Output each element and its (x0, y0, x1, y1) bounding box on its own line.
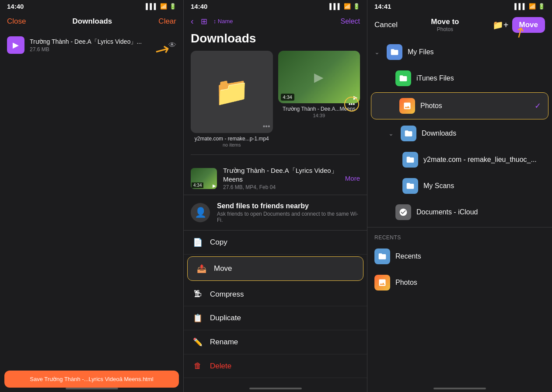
panel3-header-center: Move to Photos (431, 18, 459, 32)
panel1-title: Downloads (73, 17, 112, 26)
action-rename-label: Rename (210, 338, 238, 346)
status-bar-3: 14:41 ▌▌▌ 📶 🔋 (367, 0, 552, 13)
chevron-icon-downloads: ⌄ (388, 130, 395, 137)
select-button[interactable]: Select (341, 18, 360, 25)
list-item-name: Trường Thành - Dee.A「Lyrics Video」Meens (223, 166, 339, 183)
send-files-section: 👤 Send files to friends nearby Ask frien… (184, 195, 367, 230)
file-tree: ⌄ My Files iTunes Files Photos ✓ ⌄ (367, 39, 552, 392)
action-compress-label: Compress (210, 290, 244, 299)
panel-2-file-browser: 14:40 ▌▌▌ 📶 🔋 ‹ ⊞ ↕ Name Select Download… (184, 0, 367, 392)
save-bottom-bar[interactable]: Save Trường Thành -...Lyrics Videoā Meen… (4, 371, 179, 388)
video-thumbnail: ▶ 4:34 ▶ (278, 51, 360, 103)
video-duration: 4:34 (281, 94, 294, 101)
checkmark-icon: ✓ (535, 101, 541, 111)
tree-item-photos[interactable]: Photos ✓ (371, 92, 549, 119)
send-desc: Ask friends to open Documents and connec… (217, 211, 360, 223)
folder-icon-documents-icloud (395, 204, 411, 220)
more-dots-video-circle[interactable]: ••• (344, 97, 359, 112)
signal-icon-3: ▌▌▌ (514, 3, 527, 10)
folder-icon-photos (399, 98, 415, 114)
list-item-video[interactable]: 4:34 ▶ Trường Thành - Dee.A「Lyrics Video… (184, 162, 367, 195)
folder-icon-my-files (387, 44, 402, 60)
recents-section-label: RECENTS (367, 229, 552, 243)
status-icons-1: ▌▌▌ 📶 🔋 (146, 3, 176, 10)
tree-item-name-photos: Photos (420, 102, 529, 110)
chevron-icon-my-files: ⌄ (374, 49, 381, 56)
time-1: 14:40 (7, 3, 24, 10)
send-text: Send files to friends nearby Ask friends… (217, 202, 360, 223)
signal-icon-2: ▌▌▌ (329, 3, 342, 10)
download-file-icon: ▶ (7, 36, 24, 54)
grid-icon[interactable]: ⊞ (201, 17, 207, 26)
grid-item-video[interactable]: ▶ 4:34 ▶ Trường Thành - Dee.A...Meens 14… (278, 51, 360, 147)
wifi-icon: 📶 (160, 3, 167, 10)
folder-icon-downloads (401, 126, 416, 141)
compress-icon: 🗜 (192, 290, 203, 299)
list-item-info: Trường Thành - Dee.A「Lyrics Video」Meens … (223, 166, 339, 190)
sort-name-icon[interactable]: ↕ Name (213, 18, 233, 24)
folder-icon-my-scans (402, 178, 418, 194)
action-duplicate[interactable]: 📋 Duplicate (184, 306, 367, 330)
action-compress[interactable]: 🗜 Compress (184, 283, 367, 306)
tree-item-my-scans[interactable]: My Scans (367, 173, 552, 199)
folder-icon-large: 📁 (214, 75, 249, 108)
folder-icon-y2mate (402, 152, 418, 168)
tree-item-name-documents-icloud: Documents - iCloud (416, 208, 545, 216)
download-size: 27.6 MB (30, 46, 163, 52)
wifi-icon-3: 📶 (529, 3, 536, 10)
new-folder-icon[interactable]: 📁+ (493, 20, 509, 30)
tree-item-my-files[interactable]: ⌄ My Files (367, 39, 552, 65)
panel2-content: 📁 ••• y2mate.com - remake...p-1.mp4 no i… (184, 51, 367, 392)
panel2-title: Downloads (191, 32, 360, 46)
status-icons-3: ▌▌▌ 📶 🔋 (514, 3, 545, 10)
time-2: 14:40 (191, 3, 207, 10)
send-title: Send files to friends nearby (217, 202, 360, 210)
panel-1-downloads-list: 14:40 ▌▌▌ 📶 🔋 Close Downloads Clear ▶ Tr… (0, 0, 184, 392)
action-move[interactable]: 📤 Move (187, 256, 363, 281)
tree-item-name-y2mate: y2mate.com - remake_lieu_thuoc_... (423, 156, 545, 164)
back-button[interactable]: ‹ (191, 16, 194, 26)
tree-item-y2mate[interactable]: y2mate.com - remake_lieu_thuoc_... (367, 147, 552, 173)
tree-item-recents[interactable]: Recents (367, 243, 552, 270)
nav-icons: ⊞ ↕ Name (201, 17, 233, 26)
clear-button[interactable]: Clear (158, 17, 176, 26)
download-info: Trường Thành - Dee.A「Lyrics Video」... 27… (30, 38, 163, 52)
copy-icon: 📄 (192, 238, 203, 247)
action-rename[interactable]: ✏️ Rename (184, 330, 367, 354)
rename-icon: ✏️ (192, 337, 203, 347)
send-avatar-icon: 👤 (191, 203, 210, 222)
tree-item-documents-icloud[interactable]: Documents - iCloud (367, 199, 552, 225)
home-indicator-2 (249, 388, 302, 389)
status-bar-1: 14:40 ▌▌▌ 📶 🔋 (0, 0, 183, 13)
grid-item-name-folder: y2mate.com - remake...p-1.mp4 (195, 136, 269, 143)
grid-view: 📁 ••• y2mate.com - remake...p-1.mp4 no i… (184, 51, 367, 154)
close-button[interactable]: Close (7, 17, 26, 26)
folder-icon-photos-recent (374, 275, 390, 290)
actions-list: 📄 Copy 📤 Move 🗜 Compress 📋 Duplicate ✏️ … (184, 230, 367, 378)
signal-icon: ▌▌▌ (146, 3, 158, 10)
tree-item-name-my-files: My Files (408, 48, 545, 56)
tree-item-name-my-scans: My Scans (423, 182, 545, 190)
folder-thumbnail: 📁 ••• (191, 51, 273, 133)
home-indicator-1 (66, 388, 118, 389)
action-delete[interactable]: 🗑 Delete (184, 354, 367, 378)
grid-item-folder[interactable]: 📁 ••• y2mate.com - remake...p-1.mp4 no i… (191, 51, 273, 147)
list-item-more[interactable]: More (345, 175, 360, 182)
grid-item-meta-video: 14:39 (313, 113, 325, 118)
grid-item-meta-folder: no items (223, 142, 241, 147)
wifi-icon-2: 📶 (344, 3, 351, 10)
action-copy[interactable]: 📄 Copy (184, 231, 367, 255)
panel1-header: Close Downloads Clear (0, 13, 183, 32)
tree-item-downloads[interactable]: ⌄ Downloads (367, 120, 552, 147)
download-name: Trường Thành - Dee.A「Lyrics Video」... (30, 38, 163, 46)
cancel-button[interactable]: Cancel (374, 21, 398, 29)
duplicate-icon: 📋 (192, 313, 203, 323)
tree-item-name-photos-recent: Photos (395, 279, 545, 287)
battery-icon-2: 🔋 (353, 3, 360, 10)
move-icon: 📤 (196, 264, 207, 273)
tree-item-photos-recent[interactable]: Photos (367, 270, 552, 296)
grid-divider (191, 154, 360, 155)
tree-item-itunes[interactable]: iTunes Files (367, 65, 552, 91)
status-icons-2: ▌▌▌ 📶 🔋 (329, 3, 360, 10)
more-dots-folder[interactable]: ••• (263, 122, 270, 130)
